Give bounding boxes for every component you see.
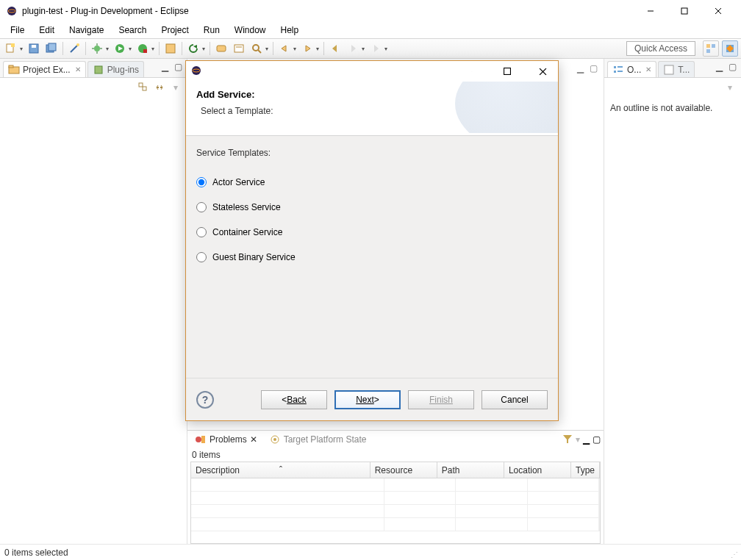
- debug-icon[interactable]: [89, 40, 105, 57]
- dialog-close-button[interactable]: [531, 61, 554, 82]
- left-view-tabs: Project Ex... ✕ Plug-ins ▁ ▢: [0, 59, 187, 78]
- link-editor-icon[interactable]: [153, 81, 166, 94]
- quick-access-field[interactable]: Quick Access: [626, 41, 695, 56]
- tab-target-platform[interactable]: Target Platform State: [265, 432, 371, 447]
- table-row: [191, 478, 600, 492]
- maximize-view-icon[interactable]: ▢: [726, 61, 738, 73]
- minimize-view-icon[interactable]: ▁: [583, 434, 590, 445]
- dialog-minimize-button[interactable]: [461, 61, 483, 82]
- run-last-icon[interactable]: [135, 40, 151, 57]
- radio-input[interactable]: [196, 177, 207, 187]
- minimize-view-icon[interactable]: ▁: [159, 61, 171, 73]
- new-plugin-icon[interactable]: [162, 40, 179, 57]
- radio-label: Actor Service: [212, 177, 265, 187]
- prev-annotation-icon[interactable]: [276, 40, 293, 57]
- menu-file[interactable]: File: [4, 24, 30, 37]
- service-template-group: Actor Service Stateless Service Containe…: [196, 170, 548, 270]
- problems-icon: [195, 434, 207, 445]
- tab-tasklist[interactable]: T...: [658, 61, 695, 77]
- view-menu-icon[interactable]: ▾: [723, 81, 737, 94]
- menu-help[interactable]: Help: [275, 24, 305, 37]
- open-perspective-button[interactable]: [703, 40, 719, 57]
- menu-search[interactable]: Search: [112, 24, 152, 37]
- help-button[interactable]: ?: [196, 391, 214, 409]
- tab-project-explorer[interactable]: Project Ex... ✕: [3, 61, 86, 77]
- forward-history-icon[interactable]: [368, 40, 384, 57]
- svg-point-13: [76, 43, 79, 46]
- svg-marker-49: [563, 435, 572, 443]
- save-all-icon[interactable]: [43, 40, 60, 57]
- radio-stateless-service[interactable]: Stateless Service: [196, 195, 548, 220]
- refresh-icon[interactable]: [185, 40, 201, 57]
- new-icon[interactable]: [3, 40, 19, 57]
- dropdown-icon[interactable]: ▾: [292, 46, 298, 52]
- menu-window[interactable]: Window: [229, 24, 272, 37]
- run-icon[interactable]: [112, 40, 128, 57]
- view-menu-icon[interactable]: ▾: [576, 434, 580, 445]
- view-menu-icon[interactable]: ▾: [169, 81, 182, 94]
- back-button[interactable]: < Back: [261, 390, 327, 409]
- radio-input[interactable]: [196, 202, 207, 212]
- dialog-maximize-button[interactable]: [496, 61, 518, 82]
- save-icon[interactable]: [26, 40, 42, 57]
- tab-outline[interactable]: O... ✕: [607, 61, 656, 77]
- close-icon[interactable]: ✕: [645, 65, 651, 73]
- radio-guest-binary-service[interactable]: Guest Binary Service: [196, 245, 548, 270]
- cancel-button[interactable]: Cancel: [482, 390, 548, 409]
- tab-plugins[interactable]: Plug-ins: [87, 61, 144, 77]
- open-task-icon[interactable]: [231, 40, 247, 57]
- dropdown-icon[interactable]: ▾: [104, 46, 110, 52]
- menu-edit[interactable]: Edit: [33, 24, 60, 37]
- svg-marker-33: [351, 45, 356, 52]
- menu-project[interactable]: Project: [155, 24, 194, 37]
- close-icon[interactable]: ✕: [75, 65, 81, 73]
- radio-container-service[interactable]: Container Service: [196, 220, 548, 245]
- search-icon[interactable]: [248, 40, 265, 57]
- dropdown-icon[interactable]: ▾: [360, 46, 366, 52]
- next-annotation-icon[interactable]: [299, 40, 315, 57]
- minimize-view-icon[interactable]: ▁: [713, 61, 725, 73]
- dropdown-icon[interactable]: ▾: [264, 46, 270, 52]
- next-button[interactable]: Next >: [334, 390, 401, 409]
- eclipse-icon: [6, 5, 18, 17]
- dropdown-icon[interactable]: ▾: [315, 46, 321, 52]
- window-minimize-button[interactable]: [634, 0, 667, 22]
- window-maximize-button[interactable]: [667, 0, 701, 22]
- open-type-icon[interactable]: [213, 40, 229, 57]
- dropdown-icon[interactable]: ▾: [150, 46, 156, 52]
- radio-actor-service[interactable]: Actor Service: [196, 170, 548, 195]
- dropdown-icon[interactable]: ▾: [383, 46, 389, 52]
- col-resource[interactable]: Resource: [370, 462, 437, 478]
- back-nav-icon[interactable]: [327, 40, 343, 57]
- dialog-subtitle: Select a Template:: [201, 106, 548, 116]
- radio-input[interactable]: [196, 252, 207, 262]
- dialog-button-bar: ? < Back Next > Finish Cancel: [186, 378, 558, 420]
- collapse-all-icon[interactable]: [137, 81, 150, 94]
- wand-icon[interactable]: [66, 40, 82, 57]
- dropdown-icon[interactable]: ▾: [127, 46, 133, 52]
- maximize-view-icon[interactable]: ▢: [172, 61, 184, 73]
- close-icon[interactable]: ✕: [250, 434, 257, 445]
- plugin-perspective-button[interactable]: [722, 40, 738, 57]
- minimize-view-icon[interactable]: ▁: [574, 62, 586, 74]
- col-description[interactable]: Descriptionˆ: [191, 462, 370, 478]
- radio-input[interactable]: [196, 227, 207, 237]
- col-path[interactable]: Path: [437, 462, 504, 478]
- dropdown-icon[interactable]: ▾: [18, 46, 24, 52]
- filter-icon[interactable]: [562, 434, 573, 446]
- tab-label: Project Ex...: [23, 65, 71, 75]
- svg-point-48: [273, 438, 276, 441]
- dropdown-icon[interactable]: ▾: [201, 46, 207, 52]
- menu-navigate[interactable]: Navigate: [63, 24, 110, 37]
- col-type[interactable]: Type: [571, 462, 600, 478]
- maximize-view-icon[interactable]: ▢: [593, 434, 601, 445]
- tab-problems[interactable]: Problems ✕: [190, 432, 262, 447]
- forward-nav-icon[interactable]: [345, 40, 361, 57]
- maximize-view-icon[interactable]: ▢: [587, 62, 599, 74]
- window-close-button[interactable]: [701, 0, 735, 22]
- finish-button[interactable]: Finish: [408, 390, 474, 409]
- menu-run[interactable]: Run: [198, 24, 226, 37]
- col-location[interactable]: Location: [504, 462, 571, 478]
- bottom-panel: Problems ✕ Target Platform State ▾ ▁ ▢ 0…: [187, 430, 604, 544]
- resize-grip-icon[interactable]: ⋰: [731, 550, 738, 559]
